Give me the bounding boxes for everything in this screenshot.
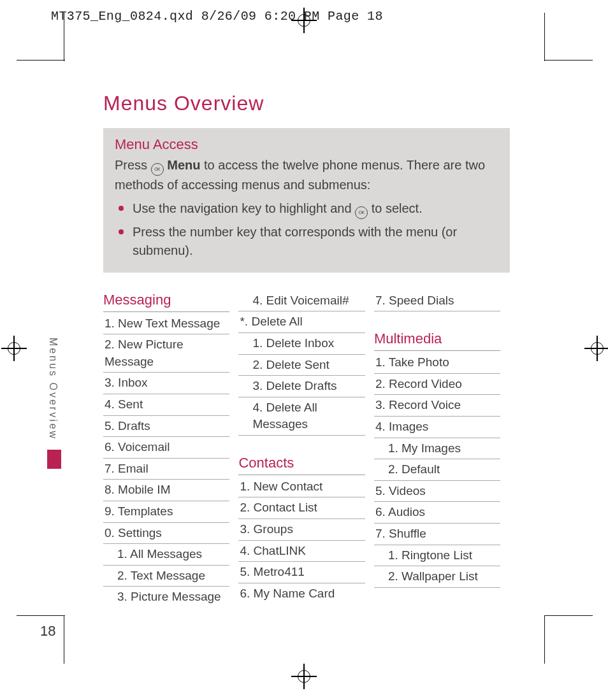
list-subitem: 1. My Images	[374, 438, 500, 460]
messaging-head: Messaging	[103, 290, 229, 312]
access-bullet-2: Press the number key that corresponds wi…	[115, 223, 498, 260]
list-item: 6. My Name Card	[238, 583, 365, 604]
list-item: 1. New Contact	[238, 476, 365, 498]
registration-mark-bottom	[296, 669, 312, 684]
registration-mark-right	[590, 341, 605, 356]
list-subitem: 2. Default	[374, 459, 500, 481]
menu-columns: Messaging 1. New Text Message 2. New Pic…	[103, 290, 510, 608]
bullet1-a: Use the navigation key to highlight and	[133, 201, 355, 215]
page-title: Menus Overview	[103, 92, 510, 115]
list-subitem: 1. Ringtone List	[374, 545, 500, 567]
list-item: *. Delete All	[238, 311, 365, 333]
list-subitem: 1. Delete Inbox	[238, 333, 365, 355]
list-subitem: 4. Delete All Messages	[238, 397, 365, 436]
crop-mark	[64, 615, 64, 664]
list-item: 3. Record Voice	[374, 395, 500, 417]
column-3: 7. Speed Dials Multimedia 1. Take Photo …	[374, 290, 509, 608]
multimedia-head: Multimedia	[374, 329, 500, 351]
list-item: 7. Speed Dials	[374, 290, 500, 312]
page-body: Menus Overview Menu Access Press OK Menu…	[64, 60, 544, 615]
list-item: 7. Email	[103, 459, 229, 480]
list-item: 4. Sent	[103, 394, 229, 416]
ok-key-icon: OK	[151, 163, 164, 176]
crop-mark	[544, 13, 545, 61]
list-item: 3. Inbox	[103, 373, 229, 394]
list-item: 4. ChatLINK	[238, 541, 365, 562]
column-1: Messaging 1. New Text Message 2. New Pic…	[103, 290, 238, 608]
menu-access-heading: Menu Access	[115, 134, 498, 155]
registration-mark-left	[6, 341, 22, 356]
list-subitem: 4. Edit Voicemail#	[238, 290, 365, 312]
crop-mark	[17, 615, 65, 616]
access-menu-word: Menu	[167, 158, 200, 172]
menu-access-paragraph: Press OK Menu to access the twelve phone…	[115, 156, 498, 194]
menu-access-box: Menu Access Press OK Menu to access the …	[103, 128, 510, 273]
list-item: 7. Shuffle	[374, 524, 500, 545]
column-2: 4. Edit Voicemail# *. Delete All 1. Dele…	[238, 290, 373, 608]
list-subitem: 2. Wallpaper List	[374, 566, 500, 588]
list-item: 2. Contact List	[238, 497, 365, 519]
list-subitem: 2. Text Message	[103, 566, 229, 587]
list-item: 1. Take Photo	[374, 352, 500, 374]
contacts-head: Contacts	[238, 454, 365, 475]
list-item: 0. Settings	[103, 523, 229, 545]
access-press: Press	[115, 158, 151, 172]
bullet1-b: to select.	[372, 201, 423, 215]
list-subitem: 3. Picture Message	[103, 587, 229, 608]
list-item: 5. Videos	[374, 481, 500, 503]
list-subitem: 2. Delete Sent	[238, 355, 365, 376]
list-subitem: 3. Delete Drafts	[238, 376, 365, 397]
list-item: 2. New Picture Message	[103, 334, 229, 373]
registration-mark-top	[296, 13, 312, 28]
list-subitem: 1. All Messages	[103, 544, 229, 566]
list-item: 5. Metro411	[238, 562, 365, 583]
list-item: 4. Images	[374, 417, 500, 438]
list-item: 1. New Text Message	[103, 313, 229, 335]
list-item: 9. Templates	[103, 501, 229, 523]
list-item: 6. Voicemail	[103, 437, 229, 459]
print-slugline: MT375_Eng_0824.qxd 8/26/09 6:20 PM Page …	[51, 9, 383, 24]
list-item: 8. Mobile IM	[103, 480, 229, 501]
crop-mark	[17, 60, 65, 61]
crop-mark	[544, 615, 593, 616]
list-item: 2. Record Video	[374, 374, 500, 396]
side-tab: Menus Overview	[47, 338, 61, 471]
crop-mark	[544, 615, 545, 664]
ok-key-icon: OK	[355, 206, 368, 219]
list-item: 6. Audios	[374, 502, 500, 524]
access-bullet-1: Use the navigation key to highlight and …	[115, 199, 498, 219]
side-tab-bar	[47, 450, 61, 469]
crop-mark	[544, 60, 593, 61]
list-item: 5. Drafts	[103, 416, 229, 438]
list-item: 3. Groups	[238, 519, 365, 541]
page-number: 18	[40, 623, 55, 639]
crop-mark	[64, 13, 64, 61]
side-tab-label: Menus Overview	[47, 338, 59, 440]
